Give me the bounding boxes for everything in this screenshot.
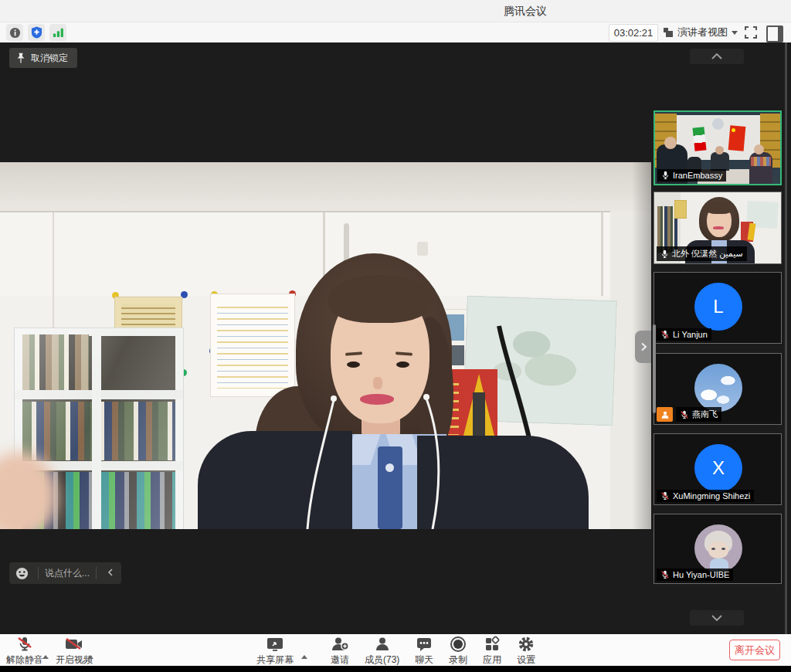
settings-button[interactable]: 设置 (517, 636, 535, 667)
participant-tile-beiwai[interactable]: 北外 倪潇然 سیمین (654, 192, 782, 264)
window-title: 腾讯会议 (504, 5, 547, 19)
chevron-up-icon (711, 53, 722, 59)
chat-collapse-button[interactable] (103, 568, 118, 578)
speaker-video (0, 162, 651, 529)
main-stage: 取消锁定 (0, 42, 651, 634)
meeting-timer: 03:02:21 (609, 24, 658, 42)
chat-bubble-icon (416, 636, 433, 653)
control-bar-center: 共享屏幕 邀请 成员(73) 聊天 录制 应用 (256, 634, 535, 666)
letter-avatar: L (694, 283, 742, 331)
earphone-cords (0, 162, 651, 529)
sidebar-scrollbar-track[interactable] (785, 42, 787, 634)
mic-muted-icon (680, 410, 689, 419)
members-icon (374, 636, 391, 653)
record-button[interactable]: 录制 (449, 636, 467, 667)
mic-muted-icon (16, 636, 33, 653)
mic-muted-icon (660, 330, 670, 339)
participant-tile-huyiyan[interactable]: Hu Yiyan-UIBE (654, 514, 782, 584)
participant-tile-liyanjun[interactable]: L Li Yanjun (654, 272, 782, 344)
participant-name-tag: Hu Yiyan-UIBE (657, 568, 733, 581)
control-bar: 解除静音 开启视频 共享屏幕 邀请 成员(73) 聊天 (0, 634, 791, 666)
invite-button[interactable]: 邀请 (331, 636, 349, 667)
chevron-down-icon (711, 615, 722, 621)
camera-off-icon (64, 636, 84, 653)
chat-button[interactable]: 聊天 (415, 636, 433, 667)
share-options-chevron[interactable] (301, 642, 307, 672)
host-badge-icon (657, 407, 673, 422)
participant-name-tag: IranEmbassy (657, 169, 726, 182)
participant-tile-xumingming[interactable]: X XuMingming Shihezi (654, 433, 782, 505)
share-screen-button[interactable]: 共享屏幕 (256, 636, 294, 667)
participants-sidebar: IranEmbassy 北外 倪潇然 سیمین (651, 42, 791, 634)
info-icon[interactable] (6, 24, 23, 41)
participant-tile-iranembassy[interactable]: IranEmbassy (654, 110, 782, 185)
camera-options-chevron[interactable] (87, 642, 93, 656)
unpin-button[interactable]: 取消锁定 (9, 48, 77, 68)
letter-avatar: X (694, 444, 742, 492)
pin-icon (16, 53, 25, 63)
tencent-meeting-window: 腾讯会议 03:02:21 演讲者视图 取消锁定 (0, 0, 791, 672)
record-icon (450, 636, 467, 653)
gear-icon (518, 636, 535, 653)
title-bar: 腾讯会议 (0, 0, 791, 22)
scroll-up-button[interactable] (690, 49, 744, 64)
apps-grid-icon (484, 636, 501, 653)
chevron-down-icon (732, 31, 738, 35)
chevron-right-icon (640, 342, 647, 351)
unmute-button[interactable]: 解除静音 (6, 636, 43, 667)
view-mode-label: 演讲者视图 (677, 25, 728, 39)
apps-button[interactable]: 应用 (483, 636, 501, 667)
mic-on-icon (660, 249, 669, 259)
view-mode-button[interactable]: 演讲者视图 (663, 24, 738, 41)
chevron-left-icon (107, 568, 114, 576)
participant-name-tag: 北外 倪潇然 سیمین (657, 246, 747, 261)
status-toolbar: 03:02:21 演讲者视图 (0, 22, 791, 42)
mic-muted-icon (660, 491, 670, 501)
participant-name-tag: Li Yanjun (657, 328, 711, 341)
emoji-icon[interactable] (12, 567, 32, 580)
chat-quick-bar: 说点什么... (9, 562, 121, 584)
invite-person-icon (331, 636, 349, 653)
mic-options-chevron[interactable] (42, 642, 49, 656)
mic-on-icon (661, 171, 670, 180)
sidebar-scrollbar-thumb[interactable] (653, 324, 656, 413)
network-signal-icon[interactable] (49, 24, 66, 41)
sidebar-collapse-handle[interactable] (635, 331, 651, 363)
image-avatar (694, 524, 742, 572)
scroll-down-button[interactable] (690, 610, 744, 626)
security-shield-icon[interactable] (28, 24, 45, 41)
participant-name-tag: XuMingming Shihezi (657, 490, 754, 502)
chat-input[interactable]: 说点什么... (45, 567, 90, 580)
participant-tile-yannanfei[interactable]: 燕南飞 (654, 353, 782, 425)
leave-meeting-button[interactable]: 离开会议 (729, 640, 780, 660)
participant-name-tag: 燕南飞 (676, 407, 721, 422)
layout-icon (663, 27, 674, 38)
members-button[interactable]: 成员(73) (365, 636, 399, 667)
fullscreen-icon[interactable] (744, 25, 758, 39)
share-screen-icon (266, 636, 284, 653)
mic-muted-icon (660, 570, 670, 579)
image-avatar (694, 364, 742, 412)
side-panel-icon[interactable] (766, 25, 783, 42)
